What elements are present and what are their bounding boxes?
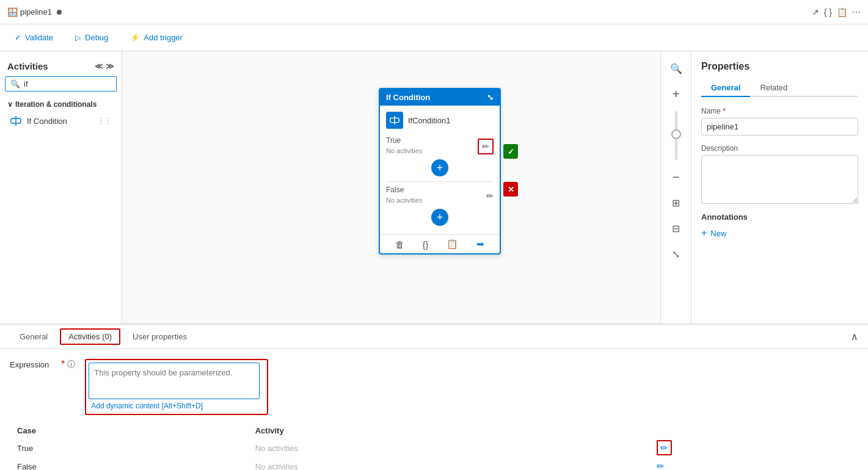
expression-info-icon: ⓘ	[67, 359, 75, 370]
validate-icon: ✓	[15, 33, 21, 42]
if-card-body: True No activities ✏ + False No activiti…	[380, 132, 500, 234]
collapse-icon-2[interactable]: ≫	[106, 62, 114, 71]
top-bar: 🪟 pipeline1 ↗ { } 📋 ⋯	[0, 0, 868, 24]
sidebar-title: Activities ≪ ≫	[5, 56, 117, 76]
arrow-right-icon[interactable]: ➡	[476, 239, 484, 250]
if-condition-name: IfCondition1	[408, 116, 450, 125]
fit-view-button[interactable]: ⊞	[665, 192, 687, 214]
if-condition-label: If Condition	[27, 117, 67, 126]
more-icon[interactable]: ⋯	[852, 7, 861, 17]
properties-title: Properties	[701, 61, 858, 72]
true-sub: No activities	[386, 147, 422, 154]
if-card-title: If Condition	[386, 93, 430, 102]
false-section: False No activities ✏ +	[386, 186, 494, 226]
sidebar-collapse[interactable]: ≪ ≫	[95, 62, 114, 71]
name-label: Name *	[701, 107, 858, 115]
table-row: True No activities ✏	[10, 439, 858, 457]
code-icon[interactable]: { }	[824, 7, 832, 17]
left-sidebar: Activities ≪ ≫ 🔍 ∨ Iteration & condition…	[0, 51, 122, 324]
canvas-area: If Condition ⤡ IfCondition1 True No a	[122, 51, 660, 324]
top-bar-right: ↗ { } 📋 ⋯	[812, 7, 861, 17]
validate-button[interactable]: ✓ Validate	[10, 31, 58, 45]
bottom-panel: General Activities (0) User properties ∧…	[0, 324, 868, 470]
sidebar-item-if-condition[interactable]: If Condition ⋮⋮	[5, 111, 117, 131]
collapse-icon-1[interactable]: ≪	[95, 62, 103, 71]
false-edit-icon[interactable]: ✏	[486, 191, 494, 201]
if-condition-card: If Condition ⤡ IfCondition1 True No a	[379, 88, 501, 255]
zoom-in-button[interactable]: +	[665, 83, 687, 105]
if-card-footer: 🗑 {} 📋 ➡	[380, 234, 500, 253]
if-card-header: If Condition ⤡	[380, 89, 500, 106]
right-ctrl: 🔍 + − ⊞ ⊟ ⤡	[660, 51, 691, 324]
main-content: Activities ≪ ≫ 🔍 ∨ Iteration & condition…	[0, 51, 868, 324]
search-box: 🔍	[5, 76, 117, 92]
true-indicator: ✓	[503, 144, 518, 159]
clipboard-icon[interactable]: 📋	[837, 7, 847, 17]
description-textarea[interactable]	[701, 155, 858, 204]
edit-false-cell: ✏	[649, 457, 858, 470]
edit-true-button[interactable]: ✏	[657, 440, 672, 455]
true-section: True No activities ✏ +	[386, 136, 494, 176]
unsaved-dot	[57, 10, 62, 15]
drag-handle[interactable]: ⋮⋮	[97, 117, 112, 125]
zoom-slider-thumb[interactable]	[671, 129, 681, 139]
window-icon: 🪟	[7, 7, 18, 17]
dynamic-content-link[interactable]: Add dynamic content [Alt+Shift+D]	[89, 399, 264, 411]
sidebar-section[interactable]: ∨ Iteration & conditionals	[5, 98, 117, 111]
case-activity-table: Case Activity True No activities ✏ False…	[10, 422, 858, 470]
expression-label: Expression	[10, 360, 59, 369]
properties-tabs: General Related	[701, 79, 858, 97]
search-icon: 🔍	[10, 79, 20, 89]
case-false: False	[10, 457, 248, 470]
true-label: True	[386, 136, 422, 145]
if-card-title-row: IfCondition1	[380, 106, 500, 132]
expression-row: Expression * ⓘ Add dynamic content [Alt+…	[10, 359, 858, 415]
card-side-icons: ✓ ✕	[503, 144, 518, 197]
copy-icon[interactable]: 📋	[447, 239, 458, 250]
case-header: Case	[10, 422, 248, 439]
properties-panel: Properties General Related Name * Descri…	[691, 51, 868, 324]
activity-header: Activity	[248, 422, 649, 439]
false-section-row: False No activities ✏	[386, 186, 494, 206]
tab-bottom-activities[interactable]: Activities (0)	[60, 328, 120, 345]
annotations-title: Annotations	[701, 212, 858, 222]
new-annotation-button[interactable]: + New	[701, 226, 858, 240]
name-input[interactable]	[701, 118, 858, 136]
true-add-button[interactable]: +	[431, 159, 448, 176]
card-divider	[386, 181, 494, 182]
collapse-button[interactable]: ∧	[851, 331, 858, 342]
false-add-button[interactable]: +	[431, 209, 448, 226]
tab-bottom-general[interactable]: General	[10, 327, 57, 347]
delete-icon[interactable]: 🗑	[395, 239, 404, 250]
if-expand-icon[interactable]: ⤡	[487, 93, 494, 102]
bottom-tabs: General Activities (0) User properties ∧	[0, 325, 868, 349]
search-input[interactable]	[24, 79, 111, 89]
add-trigger-button[interactable]: ⚡ Add trigger	[125, 31, 188, 45]
false-sub: No activities	[386, 197, 422, 204]
minimap-button[interactable]: ⊟	[665, 217, 687, 239]
code-braces-icon[interactable]: {}	[423, 239, 429, 250]
true-edit-icon[interactable]: ✏	[478, 139, 494, 154]
name-required: *	[723, 107, 726, 115]
if-card-header-icons: ⤡	[487, 93, 494, 102]
bottom-content: Expression * ⓘ Add dynamic content [Alt+…	[0, 349, 868, 470]
description-label: Description	[701, 144, 858, 153]
expression-textarea[interactable]	[89, 363, 260, 399]
table-row: False No activities ✏	[10, 457, 858, 470]
zoom-out-button[interactable]: −	[665, 166, 687, 188]
chevron-down-icon: ∨	[7, 100, 13, 109]
if-condition-icon	[10, 115, 22, 127]
zoom-search-button[interactable]: 🔍	[665, 57, 687, 79]
pipeline-title: pipeline1	[20, 7, 52, 16]
zoom-slider[interactable]	[675, 111, 677, 160]
expand-button[interactable]: ⤡	[665, 243, 687, 265]
tab-bottom-user-props[interactable]: User properties	[123, 327, 197, 347]
expand-icon[interactable]: ↗	[812, 7, 819, 17]
true-section-row: True No activities ✏	[386, 136, 494, 157]
debug-icon: ▷	[75, 33, 81, 42]
tab-related[interactable]: Related	[750, 79, 797, 97]
expression-box: Add dynamic content [Alt+Shift+D]	[85, 359, 268, 415]
edit-false-button[interactable]: ✏	[657, 461, 665, 470]
debug-button[interactable]: ▷ Debug	[70, 31, 113, 45]
tab-general[interactable]: General	[701, 79, 750, 97]
